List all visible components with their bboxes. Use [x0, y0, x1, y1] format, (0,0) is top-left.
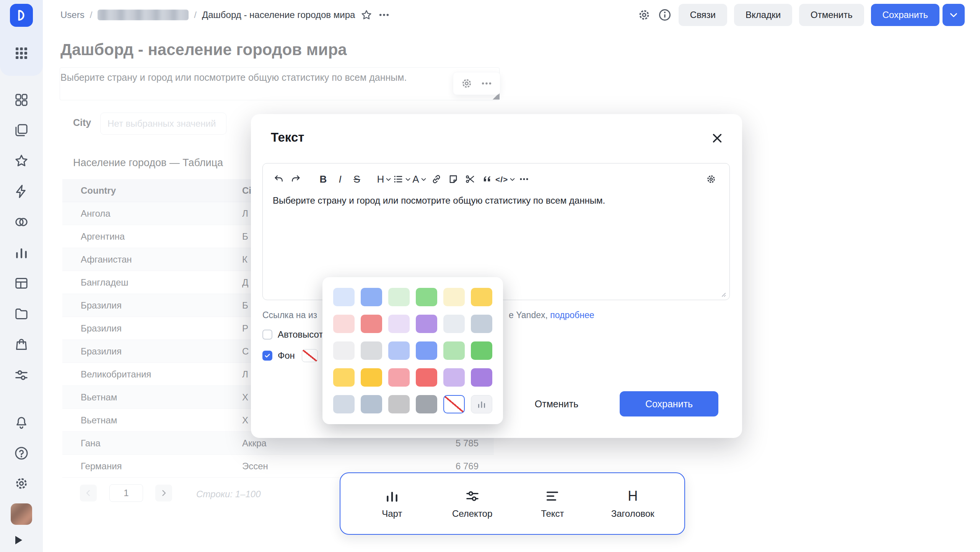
color-swatch[interactable]	[416, 288, 437, 306]
header: Users / / Дашборд - население городов ми…	[43, 0, 980, 30]
services-sliders-icon[interactable]	[14, 367, 29, 383]
heading-h-icon: H	[625, 488, 640, 504]
close-icon[interactable]	[710, 131, 724, 145]
datalens-dashboard-editor: Users / / Дашборд - население городов ми…	[0, 0, 980, 552]
autoheight-row: Автовысота	[262, 329, 328, 340]
dialog-title: Текст	[271, 130, 304, 145]
background-row: Фон	[262, 349, 318, 362]
bold-button[interactable]: B	[315, 171, 332, 188]
redo-icon[interactable]	[287, 171, 304, 188]
datalens-logo[interactable]	[10, 4, 33, 27]
color-swatch[interactable]	[388, 288, 410, 306]
cancel-button[interactable]: Отменить	[799, 4, 864, 26]
chart-icon[interactable]	[14, 245, 29, 260]
help-question-icon[interactable]	[14, 446, 29, 461]
add-selector-button[interactable]: Селектор	[444, 488, 501, 519]
breadcrumb-separator: /	[194, 10, 197, 20]
editor-toolbar: B I S H A </>	[263, 163, 729, 188]
color-swatch[interactable]	[333, 315, 355, 333]
color-swatch[interactable]	[361, 368, 382, 387]
autoheight-checkbox[interactable]	[262, 330, 272, 340]
notifications-bell-icon[interactable]	[14, 415, 29, 430]
code-button[interactable]: </>	[495, 171, 516, 188]
toolbar-more-icon[interactable]	[516, 171, 532, 188]
breadcrumb-more-icon[interactable]	[378, 9, 390, 21]
color-swatch[interactable]	[471, 288, 492, 306]
sidebar-top-panel	[0, 0, 43, 76]
relations-button[interactable]: Связи	[679, 4, 727, 26]
dialog-save-button[interactable]: Сохранить	[620, 391, 718, 416]
add-chart-button[interactable]: Чарт	[363, 488, 421, 519]
color-swatch[interactable]	[333, 288, 355, 306]
save-button[interactable]: Сохранить	[871, 4, 939, 26]
color-swatch[interactable]	[388, 315, 410, 333]
learn-more-link[interactable]: подробнее	[550, 310, 594, 320]
color-swatch[interactable]	[443, 368, 465, 387]
datasets-icon[interactable]	[14, 214, 29, 230]
italic-button[interactable]: I	[332, 171, 348, 188]
table-icon[interactable]	[14, 276, 29, 291]
color-swatch[interactable]	[333, 395, 355, 413]
editor-settings-gear-icon[interactable]	[703, 171, 720, 188]
no-color-swatch[interactable]	[443, 395, 465, 413]
breadcrumb-blurred-segment[interactable]	[98, 10, 189, 20]
background-color-swatch[interactable]	[302, 349, 318, 362]
text-color-button[interactable]: A	[411, 171, 428, 188]
color-swatch[interactable]	[443, 341, 465, 360]
text-lines-icon	[545, 488, 560, 504]
color-swatch[interactable]	[416, 315, 437, 333]
collections-icon[interactable]	[14, 122, 29, 138]
add-heading-button[interactable]: H Заголовок	[604, 488, 661, 519]
dashboards-icon[interactable]	[14, 92, 29, 108]
color-swatch[interactable]	[388, 368, 410, 387]
color-swatch[interactable]	[333, 341, 355, 360]
expand-sidebar-icon[interactable]	[15, 536, 22, 544]
marketplace-bag-icon[interactable]	[14, 337, 29, 352]
list-button[interactable]	[393, 171, 411, 188]
color-swatch[interactable]	[443, 315, 465, 333]
info-icon[interactable]	[658, 8, 672, 22]
editor-textarea[interactable]: Выберите страну и город или посмотрите о…	[263, 188, 729, 213]
add-text-button[interactable]: Текст	[524, 488, 581, 519]
save-dropdown-button[interactable]	[943, 4, 965, 26]
color-swatch[interactable]	[333, 368, 355, 387]
favorites-star-icon[interactable]	[14, 153, 29, 168]
color-swatch[interactable]	[471, 315, 492, 333]
charts-bolt-icon[interactable]	[14, 184, 29, 199]
strikethrough-button[interactable]: S	[348, 171, 365, 188]
breadcrumb: Users / / Дашборд - население городов ми…	[60, 9, 390, 21]
color-palette-grid	[333, 288, 492, 413]
cut-scissors-icon[interactable]	[462, 171, 479, 188]
settings-gear-icon[interactable]	[14, 476, 29, 491]
color-swatch[interactable]	[416, 368, 437, 387]
chart-colors-swatch[interactable]	[471, 395, 492, 413]
quote-icon[interactable]	[479, 171, 495, 188]
apps-grid-icon[interactable]	[14, 46, 29, 61]
undo-icon[interactable]	[270, 171, 287, 188]
color-swatch[interactable]	[471, 368, 492, 387]
color-swatch[interactable]	[361, 288, 382, 306]
user-avatar[interactable]	[11, 503, 32, 525]
color-swatch[interactable]	[471, 341, 492, 360]
favorite-star-icon[interactable]	[360, 9, 373, 21]
color-swatch[interactable]	[416, 395, 437, 413]
dashboard-settings-gear-icon[interactable]	[637, 8, 651, 22]
heading-button[interactable]: H	[376, 171, 393, 188]
background-checkbox[interactable]	[262, 351, 272, 361]
color-swatch[interactable]	[443, 288, 465, 306]
color-swatch[interactable]	[361, 315, 382, 333]
color-swatch[interactable]	[388, 341, 410, 360]
breadcrumb-users[interactable]: Users	[60, 10, 85, 20]
color-palette-popup	[322, 277, 503, 424]
color-swatch[interactable]	[388, 395, 410, 413]
tabs-button[interactable]: Вкладки	[734, 4, 792, 26]
chart-icon	[384, 488, 400, 504]
color-swatch[interactable]	[416, 341, 437, 360]
color-swatch[interactable]	[361, 395, 382, 413]
note-icon[interactable]	[445, 171, 462, 188]
link-icon[interactable]	[428, 171, 445, 188]
editor-resize-icon[interactable]	[718, 289, 726, 297]
folder-icon[interactable]	[14, 306, 29, 322]
dialog-cancel-button[interactable]: Отменить	[526, 391, 588, 416]
color-swatch[interactable]	[361, 341, 382, 360]
